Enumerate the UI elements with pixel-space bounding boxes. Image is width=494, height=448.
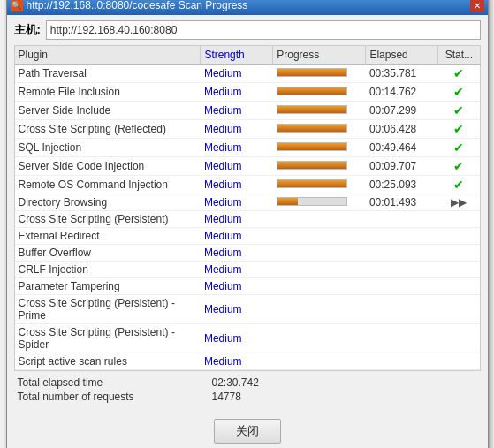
cell-progress — [273, 245, 366, 262]
cell-status — [438, 228, 480, 245]
table-row: CRLF InjectionMedium — [15, 262, 480, 278]
progress-bar-fill — [277, 198, 298, 205]
cell-elapsed — [366, 324, 438, 353]
cell-progress — [273, 65, 366, 83]
status-check-icon: ✔ — [453, 178, 464, 192]
cell-elapsed — [366, 245, 438, 262]
table-row: Server Side IncludeMedium00:07.299✔ — [15, 102, 480, 120]
progress-bar-container — [277, 68, 347, 77]
cell-plugin: Cross Site Scripting (Persistent) - Prim… — [15, 295, 201, 324]
table-row: Path TraversalMedium00:35.781✔ — [15, 65, 480, 83]
table-row: Remote OS Command InjectionMedium00:25.0… — [15, 176, 480, 194]
table-row: Cross Site Scripting (Persistent) - Spid… — [15, 324, 480, 353]
cell-elapsed — [366, 211, 438, 228]
title-bar: 🔍 http://192.168..0:8080/codesafe Scan P… — [7, 0, 488, 15]
progress-bar-fill — [277, 125, 346, 132]
cell-elapsed — [366, 353, 438, 370]
col-header-elapsed: Elapsed — [366, 46, 438, 65]
table-row: Cross Site Scripting (Reflected)Medium00… — [15, 120, 480, 139]
cell-plugin: SQL Injection — [15, 139, 201, 157]
cell-strength: Medium — [201, 157, 273, 176]
cell-elapsed — [366, 295, 438, 324]
cell-plugin: Parameter Tampering — [15, 278, 201, 295]
progress-bar-container — [277, 124, 347, 133]
cell-status: ✔ — [438, 65, 480, 83]
cell-strength: Medium — [201, 324, 273, 353]
col-header-strength: Strength — [201, 46, 273, 65]
cell-plugin: Buffer Overflow — [15, 245, 201, 262]
close-button[interactable]: 关闭 — [214, 419, 281, 444]
cell-elapsed — [366, 262, 438, 278]
cell-elapsed: 00:49.464 — [366, 139, 438, 157]
host-label: 主机: — [14, 22, 41, 38]
close-window-button[interactable]: ✕ — [470, 0, 484, 12]
cell-elapsed: 00:01.493 — [366, 194, 438, 211]
cell-plugin: Path Traversal — [15, 65, 201, 83]
cell-plugin: External Redirect — [15, 228, 201, 245]
cell-status — [438, 324, 480, 353]
total-elapsed-value: 02:30.742 — [212, 376, 259, 389]
progress-bar-container — [277, 161, 347, 170]
cell-strength: Medium — [201, 228, 273, 245]
cell-status: ✔ — [438, 139, 480, 157]
table-row: Remote File InclusionMedium00:14.762✔ — [15, 83, 480, 102]
cell-status: ✔ — [438, 102, 480, 120]
cell-plugin: Remote OS Command Injection — [15, 176, 201, 194]
cell-progress — [273, 83, 366, 102]
col-header-status: Stat... — [438, 46, 480, 65]
cell-progress — [273, 120, 366, 139]
totals-section: Total elapsed time 02:30.742 Total numbe… — [14, 371, 481, 406]
cell-status — [438, 245, 480, 262]
cell-strength: Medium — [201, 295, 273, 324]
cell-plugin: Server Side Include — [15, 102, 201, 120]
cell-plugin: Remote File Inclusion — [15, 83, 201, 102]
cell-status — [438, 278, 480, 295]
cell-status: ✔ — [438, 120, 480, 139]
table-row: Cross Site Scripting (Persistent)Medium — [15, 211, 480, 228]
cell-strength: Medium — [201, 262, 273, 278]
cell-plugin: Cross Site Scripting (Persistent) — [15, 211, 201, 228]
table-row: External RedirectMedium — [15, 228, 480, 245]
host-input[interactable] — [46, 20, 481, 40]
window-content: 主机: Plugin Strength Progress Elapsed Sta… — [7, 15, 488, 412]
cell-progress — [273, 102, 366, 120]
total-elapsed-label: Total elapsed time — [18, 376, 159, 389]
cell-strength: Medium — [201, 176, 273, 194]
host-row: 主机: — [14, 20, 481, 40]
cell-strength: Medium — [201, 353, 273, 370]
progress-bar-container — [277, 87, 347, 95]
total-requests-row: Total number of requests 14778 — [18, 391, 477, 403]
cell-status: ✔ — [438, 157, 480, 176]
cell-plugin: Script active scan rules — [15, 353, 201, 370]
cell-elapsed: 00:06.428 — [366, 120, 438, 139]
cell-strength: Medium — [201, 102, 273, 120]
cell-progress — [273, 353, 366, 370]
cell-elapsed — [366, 228, 438, 245]
cell-progress — [273, 262, 366, 278]
cell-status — [438, 295, 480, 324]
cell-elapsed: 00:07.299 — [366, 102, 438, 120]
app-icon: 🔍 — [11, 0, 23, 11]
status-check-icon: ✔ — [453, 103, 464, 118]
cell-progress — [273, 139, 366, 157]
cell-progress — [273, 194, 366, 211]
window-title: http://192.168..0:8080/codesafe Scan Pro… — [27, 0, 248, 11]
cell-strength: Medium — [201, 278, 273, 295]
progress-bar-fill — [277, 162, 346, 169]
cell-status — [438, 353, 480, 370]
cell-plugin: Server Side Code Injection — [15, 157, 201, 176]
cell-status: ✔ — [438, 83, 480, 102]
total-elapsed-row: Total elapsed time 02:30.742 — [18, 376, 477, 389]
table-row: Cross Site Scripting (Persistent) - Prim… — [15, 295, 480, 324]
cell-progress — [273, 228, 366, 245]
progress-bar-fill — [277, 106, 346, 113]
cell-plugin: Cross Site Scripting (Reflected) — [15, 120, 201, 139]
cell-plugin: Directory Browsing — [15, 194, 201, 211]
scan-table: Plugin Strength Progress Elapsed Stat...… — [14, 45, 481, 371]
table-header-row: Plugin Strength Progress Elapsed Stat... — [15, 46, 480, 65]
status-check-icon: ✔ — [453, 85, 464, 99]
cell-status — [438, 211, 480, 228]
cell-elapsed: 00:14.762 — [366, 83, 438, 102]
cell-strength: Medium — [201, 83, 273, 102]
footer: 关闭 — [7, 412, 488, 448]
